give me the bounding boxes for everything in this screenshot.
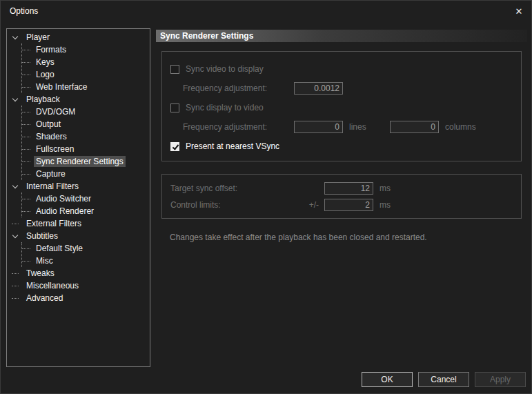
tree-item-label: Sync Renderer Settings [34, 156, 126, 167]
tree-item-audio-renderer[interactable]: Audio Renderer [22, 205, 150, 217]
tree-item-playback[interactable]: Playback [7, 93, 150, 106]
tree-connector-line [12, 224, 19, 224]
plus-minus-label: +/- [300, 200, 319, 210]
tree-connector-line [22, 149, 30, 150]
tree-connector-line [22, 199, 30, 199]
tree-item-label: Formats [34, 44, 68, 55]
tree-item-audio-switcher[interactable]: Audio Switcher [22, 193, 150, 205]
present-nearest-vsync-label: Present at nearest VSync [186, 141, 279, 151]
dialog-footer: OK Cancel Apply [362, 372, 526, 387]
tree-item-capture[interactable]: Capture [22, 168, 150, 180]
tree-item-label: Keys [34, 57, 57, 68]
restart-note: Changes take effect after the playback h… [170, 233, 522, 242]
tree-item-fullscreen[interactable]: Fullscreen [22, 143, 150, 155]
sync-settings-group: Sync video to display Frequency adjustme… [161, 51, 522, 161]
tree-item-logo[interactable]: Logo [22, 68, 150, 81]
sync-offset-group: Target sync offset: ms Control limits: +… [161, 174, 522, 219]
tree-item-label: External Filters [24, 218, 83, 229]
tree-item-label: Miscellaneous [24, 280, 81, 291]
tree-item-advanced[interactable]: Advanced [7, 292, 150, 304]
columns-input[interactable] [390, 121, 439, 133]
options-dialog: Options ✕ PlayerFormatsKeysLogoWeb Inter… [0, 0, 532, 394]
target-sync-offset-row: Target sync offset: ms [170, 181, 521, 195]
expand-chevron-icon[interactable] [12, 183, 19, 190]
tree-item-label: Web Interface [34, 81, 89, 92]
tree-connector-line [12, 286, 19, 286]
tree-connector-line [22, 248, 30, 249]
apply-button[interactable]: Apply [475, 372, 526, 387]
expand-chevron-icon[interactable] [12, 34, 19, 41]
options-tree: PlayerFormatsKeysLogoWeb InterfacePlayba… [6, 28, 150, 367]
control-limits-label: Control limits: [170, 200, 300, 210]
frequency-adjustment-input[interactable] [294, 82, 343, 95]
sync-video-row: Sync video to display [170, 62, 521, 76]
tree-connector-line [12, 273, 19, 274]
tree-item-label: Capture [34, 168, 68, 179]
titlebar: Options ✕ [1, 1, 531, 21]
present-nearest-vsync-checkbox[interactable] [170, 142, 179, 151]
tree-connector-line [22, 112, 30, 112]
tree-item-output[interactable]: Output [22, 118, 150, 130]
sync-display-to-video-label: Sync display to video [186, 103, 264, 112]
tree-item-label: Playback [24, 94, 62, 105]
tree-item-label: Player [24, 32, 52, 43]
tree-item-sync-renderer-settings[interactable]: Sync Renderer Settings [22, 155, 150, 168]
tree-children: FormatsKeysLogoWeb Interface [21, 43, 150, 93]
frequency-adjustment-label: Frequency adjustment: [183, 122, 294, 132]
present-vsync-row: Present at nearest VSync [170, 139, 521, 153]
tree-connector-line [22, 75, 30, 75]
tree-item-misc[interactable]: Misc [22, 255, 150, 267]
tree-item-label: Shaders [34, 131, 69, 142]
tree-item-default-style[interactable]: Default Style [22, 242, 150, 255]
tree-item-formats[interactable]: Formats [22, 43, 150, 56]
tree-item-label: Audio Renderer [34, 206, 96, 217]
expand-chevron-icon[interactable] [12, 233, 19, 239]
tree-item-label: Audio Switcher [34, 193, 93, 204]
tree-item-internal-filters[interactable]: Internal Filters [7, 180, 150, 193]
tree-connector-line [22, 174, 30, 175]
frequency-adjustment-label: Frequency adjustment: [183, 83, 294, 93]
tree-connector-line [12, 298, 19, 299]
close-icon[interactable]: ✕ [506, 1, 531, 21]
ok-button[interactable]: OK [362, 372, 413, 387]
tree-children: DVD/OGMOutputShadersFullscreenSync Rende… [21, 106, 150, 180]
tree-item-miscellaneous[interactable]: Miscellaneous [7, 279, 150, 292]
target-sync-offset-label: Target sync offset: [170, 184, 300, 193]
frequency-adjustment-row-1: Frequency adjustment: [170, 81, 521, 95]
target-offset-unit-label: ms [373, 184, 391, 193]
tree-connector-line [22, 62, 30, 63]
frequency-adjustment-row-2: Frequency adjustment: lines columns [170, 120, 521, 134]
panel-title: Sync Renderer Settings [156, 30, 527, 42]
tree-connector-line [22, 124, 30, 125]
tree-item-label: Subtitles [24, 230, 60, 242]
columns-unit-label: columns [439, 122, 476, 132]
tree-children: Audio SwitcherAudio Renderer [21, 193, 150, 217]
sync-display-to-video-checkbox[interactable] [170, 104, 179, 112]
tree-item-label: Output [34, 119, 63, 130]
lines-unit-label: lines [343, 122, 390, 132]
tree-item-label: Logo [34, 69, 57, 80]
tree-item-subtitles[interactable]: Subtitles [7, 230, 150, 242]
sync-video-to-display-checkbox[interactable] [170, 65, 179, 74]
cancel-button[interactable]: Cancel [418, 372, 469, 387]
tree-item-player[interactable]: Player [7, 31, 150, 43]
control-limits-input[interactable] [324, 199, 373, 211]
sync-display-row: Sync display to video [170, 101, 521, 115]
tree-item-dvd-ogm[interactable]: DVD/OGM [22, 106, 150, 118]
sync-video-to-display-label: Sync video to display [186, 64, 264, 74]
lines-input[interactable] [294, 121, 343, 133]
tree-connector-line [22, 261, 30, 262]
tree-item-keys[interactable]: Keys [22, 56, 150, 68]
settings-panel: Sync Renderer Settings Sync video to dis… [156, 30, 527, 242]
tree-item-web-interface[interactable]: Web Interface [22, 81, 150, 93]
tree-connector-line [22, 50, 30, 50]
expand-chevron-icon[interactable] [12, 96, 19, 103]
control-limits-unit-label: ms [373, 200, 391, 210]
target-sync-offset-input[interactable] [324, 182, 373, 195]
tree-connector-line [22, 137, 30, 137]
tree-item-tweaks[interactable]: Tweaks [7, 267, 150, 279]
tree-item-external-filters[interactable]: External Filters [7, 217, 150, 230]
tree-item-label: Misc [34, 255, 55, 266]
tree-item-label: Internal Filters [24, 181, 81, 192]
tree-item-shaders[interactable]: Shaders [22, 130, 150, 143]
